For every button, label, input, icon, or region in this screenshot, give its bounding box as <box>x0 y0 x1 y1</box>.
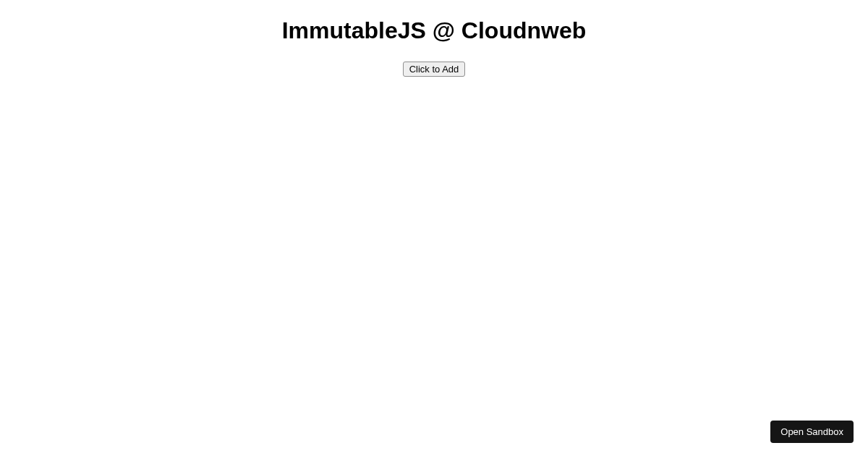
page-title: ImmutableJS @ Cloudnweb <box>0 17 868 44</box>
main-container: ImmutableJS @ Cloudnweb Click to Add <box>0 0 868 77</box>
click-to-add-button[interactable]: Click to Add <box>403 62 466 77</box>
open-sandbox-button[interactable]: Open Sandbox <box>770 421 854 443</box>
